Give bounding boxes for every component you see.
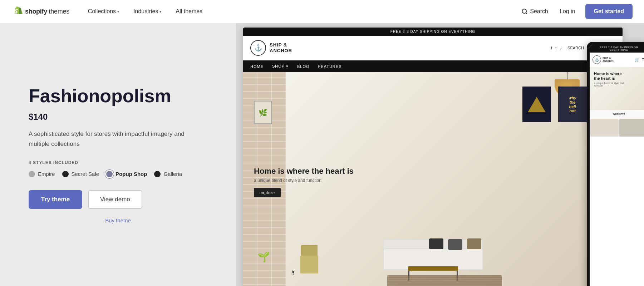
nav-all-themes[interactable]: All themes <box>168 0 210 23</box>
hero-title: Home is where the heart is <box>254 166 354 176</box>
preview-nav: HOME SHOP ▾ BLOG FEATURES <box>243 60 623 72</box>
lantern: 🕯 <box>290 270 296 277</box>
style-options: Empire Secret Sale Popup Shop Galleria <box>29 171 207 177</box>
art-triangle <box>528 97 546 112</box>
logo-text: shopify themes <box>25 8 69 15</box>
plant: 🌱 <box>257 251 270 263</box>
rug <box>387 275 502 286</box>
preview-hero: 🌿 whythehellnot <box>243 72 623 286</box>
mobile-cart-icon: 🛒 <box>635 58 640 62</box>
get-started-button[interactable]: Get started <box>585 4 633 19</box>
mobile-hero-subtitle: a unique blend of style and function <box>594 82 626 87</box>
style-dot-secret-sale <box>62 171 69 177</box>
view-demo-button[interactable]: View demo <box>88 190 142 209</box>
style-dot-galleria <box>154 171 161 177</box>
lamp-wire <box>567 72 567 79</box>
style-dot-popup-shop <box>106 171 113 177</box>
left-panel: Fashionopolism $140 A sophisticated styl… <box>0 23 236 286</box>
mobile-menu-icon: ☰ <box>642 58 644 62</box>
style-label-empire: Empire <box>38 171 55 177</box>
preview-logo-area: ⚓ SHIP & ANCHOR <box>250 40 292 56</box>
chair-back <box>301 245 318 256</box>
style-label-galleria: Galleria <box>163 171 182 177</box>
mobile-grid-item-1 <box>590 119 619 137</box>
preview-social-icons: f t ♪ <box>551 46 562 50</box>
pillow-1 <box>429 238 443 249</box>
nav-links: Collections ▾ Industries ▾ All themes <box>81 0 210 23</box>
mobile-header: ⚓ SHIP & ANCHOR 🛒 ☰ <box>590 53 644 67</box>
hero-subtitle: a unique blend of style and function <box>254 178 354 183</box>
svg-point-0 <box>522 9 526 13</box>
preview-top-bar: FREE 2-3 DAY SHIPPING ON EVERYTHING <box>243 28 623 36</box>
pillow-3 <box>467 238 481 249</box>
main-content: Fashionopolism $140 A sophisticated styl… <box>0 23 644 286</box>
mobile-screen: FREE 2-3 DAY SHIPPING ON EVERYTHING ⚓ SH… <box>590 45 644 286</box>
chevron-down-icon: ▾ <box>159 10 161 14</box>
art-panel-2: whythehellnot <box>558 87 587 122</box>
preview-nav-home: HOME <box>250 64 264 69</box>
cta-buttons: Try theme View demo <box>29 190 207 209</box>
style-label-popup-shop: Popup Shop <box>115 171 147 177</box>
mobile-logo: ⚓ SHIP & ANCHOR <box>593 55 614 64</box>
table-top <box>408 266 458 271</box>
chair-body <box>300 256 318 273</box>
mobile-section-label: Accents <box>590 110 644 118</box>
mobile-grid <box>590 118 644 137</box>
preview-anchor-icon: ⚓ <box>250 40 266 56</box>
preview-nav-features: FEATURES <box>318 64 342 69</box>
search-button[interactable]: Search <box>517 5 552 18</box>
nav-collections[interactable]: Collections ▾ <box>81 0 126 23</box>
nav-right: Search Log in Get started <box>517 4 633 19</box>
style-popup-shop[interactable]: Popup Shop <box>106 171 147 177</box>
chevron-down-icon: ▾ <box>117 10 119 14</box>
shopify-icon <box>11 6 23 17</box>
theme-title: Fashionopolism <box>29 86 207 106</box>
svg-line-1 <box>526 13 527 14</box>
mobile-top-bar: FREE 2-3 DAY SHIPPING ON EVERYTHING <box>590 45 644 53</box>
theme-description: A sophisticated style for stores with im… <box>29 129 200 148</box>
art-text: whythehellnot <box>569 96 576 113</box>
preview-container: FREE 2-3 DAY SHIPPING ON EVERYTHING ⚓ SH… <box>243 28 644 286</box>
try-theme-button[interactable]: Try theme <box>29 190 82 209</box>
preview-nav-shop: SHOP ▾ <box>272 64 289 69</box>
mobile-preview: FREE 2-3 DAY SHIPPING ON EVERYTHING ⚓ SH… <box>587 42 644 286</box>
small-frame: 🌿 <box>254 101 272 124</box>
theme-price: $140 <box>29 112 207 122</box>
style-dot-empire <box>29 171 35 177</box>
preview-shop-name: SHIP & ANCHOR <box>270 42 292 53</box>
hero-explore-button[interactable]: explore <box>254 188 281 197</box>
mobile-grid-item-2 <box>619 119 644 137</box>
mobile-hero: Home is where the heart is a unique blen… <box>590 67 644 110</box>
mobile-header-icons: 🛒 ☰ <box>635 58 644 62</box>
pillow-2 <box>448 239 462 250</box>
preview-search-label: SEARCH <box>567 46 584 50</box>
mobile-hero-title: Home is where the heart is <box>594 72 626 81</box>
chair <box>300 256 318 273</box>
hero-content: Home is where the heart is a unique blen… <box>254 166 354 197</box>
nav-industries[interactable]: Industries ▾ <box>126 0 168 23</box>
art-panel-1 <box>522 87 551 122</box>
desktop-preview: FREE 2-3 DAY SHIPPING ON EVERYTHING ⚓ SH… <box>243 28 623 286</box>
search-icon <box>521 8 528 15</box>
styles-label: 4 STYLES INCLUDED <box>29 160 207 165</box>
style-label-secret-sale: Secret Sale <box>72 171 99 177</box>
shopify-logo[interactable]: shopify themes <box>11 6 69 17</box>
right-panel: FREE 2-3 DAY SHIPPING ON EVERYTHING ⚓ SH… <box>236 23 644 286</box>
preview-header: ⚓ SHIP & ANCHOR f t ♪ SEARCH MY CART 🛒0 <box>243 36 623 60</box>
login-button[interactable]: Log in <box>555 5 580 18</box>
buy-theme-link[interactable]: Buy theme <box>29 217 207 223</box>
preview-nav-blog: BLOG <box>297 64 310 69</box>
style-empire[interactable]: Empire <box>29 171 55 177</box>
style-secret-sale[interactable]: Secret Sale <box>62 171 99 177</box>
style-galleria[interactable]: Galleria <box>154 171 182 177</box>
mobile-anchor-icon: ⚓ <box>593 55 601 64</box>
navbar: shopify themes Collections ▾ Industries … <box>0 0 644 23</box>
frame-leaf-icon: 🌿 <box>259 108 267 117</box>
mobile-shop-name: SHIP & ANCHOR <box>603 57 614 62</box>
